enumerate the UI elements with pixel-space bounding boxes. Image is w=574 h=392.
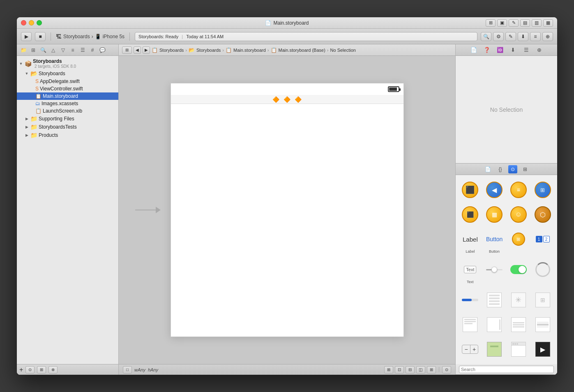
sidebar-item-appdelegate[interactable]: S AppDelegate.swift [17,78,118,85]
lib-tab-file[interactable]: 📄 [484,165,493,173]
canvas-area[interactable]: 🔶 🔶 🔶 □ wAny hAny ⊞ ⊡ ⊟ [119,56,455,375]
sidebar-btn-filter2[interactable]: ▽ [59,46,67,54]
inspector-1[interactable]: 🔍 [481,32,491,41]
bc-storyboards-1[interactable]: Storyboards [159,48,184,53]
lib-item-navigation-controller[interactable]: ◀ [483,178,506,201]
sidebar-btn-grid[interactable]: ⊞ [29,46,37,54]
sidebar-btn-filter1[interactable]: △ [49,46,57,54]
lib-item-table-view[interactable] [483,288,506,311]
lib-tab-grid[interactable]: ⊞ [521,165,530,173]
sidebar-item-tests[interactable]: ▶ 📁 StoryboardsTests [17,123,118,131]
status-text: Storyboards: Ready [138,34,178,39]
lib-item-text-view[interactable] [459,313,482,336]
lib-item-slider[interactable] [483,258,506,287]
battery-fill [389,88,397,91]
minimize-button[interactable] [29,20,34,25]
iphone-canvas: 🔶 🔶 🔶 [171,83,404,337]
stop-button[interactable]: ■ [35,32,46,41]
lib-item-table-view-controller[interactable]: ≡ [507,178,530,201]
lib-item-tab-bar-controller[interactable]: ⬛ [459,203,482,226]
lib-tab-code[interactable]: {} [496,165,505,173]
sidebar-btn-tag[interactable]: # [88,46,97,54]
view-controller-content[interactable] [171,104,403,337]
size-ctrl-4[interactable]: ◫ [416,366,425,374]
panel-bottom[interactable]: ▥ [532,19,542,27]
lib-item-collection-view[interactable]: ⊞ [531,288,554,311]
panel-right[interactable]: ▦ [543,19,553,27]
forward-btn[interactable]: ▶ [143,46,150,54]
sidebar-item-storyboards-group[interactable]: ▼ 📂 Storyboards [17,69,118,78]
sidebar-item-mainstoryboard[interactable]: 📋 Main.storyboard [17,92,118,100]
lib-item-label[interactable]: Label Label [459,228,482,256]
lib-item-picker-view[interactable] [531,313,554,336]
panel-left[interactable]: ▤ [520,19,530,27]
inspector-size-tab[interactable]: ☰ [522,46,530,54]
lib-item-collection-view-controller[interactable]: ⊞ [531,178,554,201]
sidebar-btn-list[interactable]: ≡ [69,46,77,54]
lib-item-web-view[interactable] [507,338,530,361]
lib-item-page-view-controller[interactable]: ☺ [507,203,530,226]
inspector-2[interactable]: ⚙ [493,32,504,41]
add-item-button[interactable]: + [19,366,23,374]
inspector-attributes-tab[interactable]: ⬇ [509,46,517,54]
canvas-view-btn[interactable]: □ [123,366,132,374]
lib-item-view-controller[interactable]: ⬛ [459,178,482,201]
lib-item-map-view[interactable] [483,338,506,361]
bc-mainstoryboard[interactable]: Main.storyboard [233,48,266,53]
lib-item-stepper[interactable]: − + [459,338,482,361]
size-ctrl-5[interactable]: ⊞ [427,366,436,374]
lib-item-segmented[interactable]: ⊞ [507,228,530,256]
lib-tab-circle[interactable]: ⊙ [508,165,517,173]
sidebar-item-images[interactable]: 🗂 Images.xcassets [17,100,118,107]
inspector-4[interactable]: ⬇ [518,32,528,41]
view-toggle-2[interactable]: ▣ [497,19,507,27]
library-search-input[interactable] [459,366,554,373]
play-button[interactable]: ▶ [21,32,32,41]
bottom-btn-2[interactable]: ⊞ [37,366,46,374]
zoom-btn[interactable]: ⊙ [442,366,451,374]
lib-item-switch[interactable] [507,258,530,287]
lib-item-image-view[interactable]: ✳ [507,288,530,311]
inspector-file-tab[interactable]: 📄 [470,46,478,54]
lib-item-button[interactable]: Button Button [483,228,506,256]
bottom-btn-3[interactable]: ⊗ [48,366,58,374]
back-btn[interactable]: ◀ [134,46,141,54]
size-ctrl-2[interactable]: ⊡ [395,366,404,374]
lib-item-scroll-view[interactable] [483,313,506,336]
tree-toggle-supporting: ▶ [24,117,29,121]
size-ctrl-3[interactable]: ⊟ [406,366,415,374]
sidebar-item-products[interactable]: ▶ 📁 Products [17,131,118,139]
sidebar-item-viewcontroller[interactable]: S ViewController.swift [17,85,118,92]
inspector-connections-tab[interactable]: ⊕ [535,46,544,54]
inspector-3[interactable]: ✎ [505,32,516,41]
lib-item-activity[interactable] [531,258,554,287]
sidebar-btn-search[interactable]: 🔍 [39,46,47,54]
sidebar-item-supporting[interactable]: ▶ 📁 Supporting Files [17,115,118,123]
maximize-button[interactable] [37,20,42,25]
products-label: Products [39,132,58,138]
size-ctrl-1[interactable]: ⊞ [384,366,393,374]
view-toggle-1[interactable]: ⊞ [486,19,496,27]
sidebar-btn-comment[interactable]: 💬 [98,46,106,54]
sidebar-btn-folder[interactable]: 📁 [19,46,28,54]
inspector-quick-help-tab[interactable]: ❓ [483,46,491,54]
bottom-btn-1[interactable]: ⊙ [25,366,35,374]
lib-item-glkit-view-controller[interactable]: ⬡ [531,203,554,226]
lib-item-text-field-2[interactable]: Text Text [459,258,482,287]
inspector-5[interactable]: ≡ [530,32,541,41]
sidebar-item-launchscreen[interactable]: 📋 LaunchScreen.xib [17,107,118,115]
view-mode-btn[interactable]: ⊞ [122,46,132,54]
sidebar-btn-list2[interactable]: ☰ [78,46,87,54]
lib-item-split-view-controller[interactable]: ▦ [483,203,506,226]
sidebar-item-root[interactable]: ▼ 📦 Storyboards 2 targets, iOS SDK 8.0 [17,58,118,69]
view-toggle-3[interactable]: ✎ [509,19,519,27]
lib-item-date-picker[interactable] [507,313,530,336]
bc-storyboards-2[interactable]: Storyboards [196,48,221,53]
lib-item-text-field[interactable]: 1 2 [531,228,554,256]
lib-item-progress[interactable] [459,288,482,311]
inspector-identity-tab[interactable]: 🆔 [496,46,504,54]
close-button[interactable] [21,20,26,25]
lib-item-av-view[interactable]: ▶ [531,338,554,361]
bc-mainstoryboard-base[interactable]: Main.storyboard (Base) [279,48,325,53]
inspector-6[interactable]: ⊕ [542,32,553,41]
